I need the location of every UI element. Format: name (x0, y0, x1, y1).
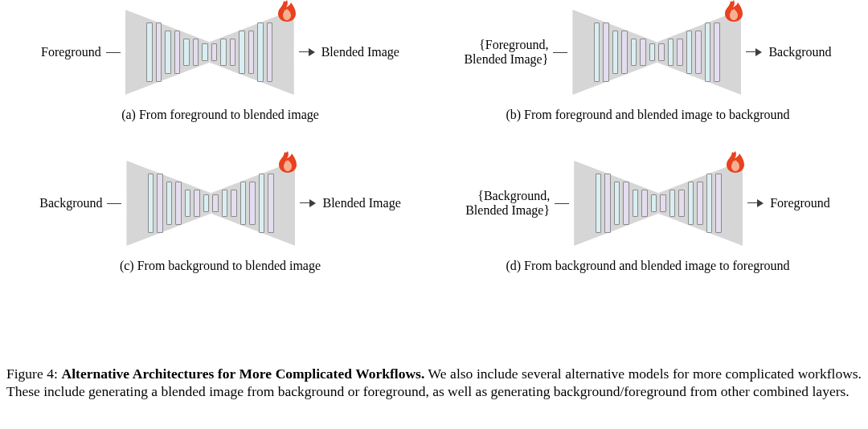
network-layers (574, 161, 743, 246)
panel-a-caption: (a) From foreground to blended image (121, 108, 319, 122)
connector-line (553, 52, 567, 53)
panel-b-caption: (b) From foreground and blended image to… (506, 108, 789, 122)
panel-d-output-label: Foreground (770, 196, 830, 210)
network-layers (125, 10, 294, 95)
encoder-decoder-network (126, 161, 295, 246)
panel-b-input-label: {Foreground, Blended Image} (464, 38, 548, 67)
connector-line (555, 203, 569, 204)
panel-c: Background (6, 161, 434, 273)
figure-title: Alternative Architectures for More Compl… (62, 366, 425, 382)
figure-caption: Figure 4: Alternative Architectures for … (6, 365, 862, 401)
connector-line (107, 203, 121, 204)
arrow-right-icon (747, 198, 765, 209)
fire-icon (723, 149, 747, 174)
panel-d-input-label: {Background, Blended Image} (465, 189, 550, 219)
fire-icon (722, 0, 746, 22)
panel-d-caption: (d) From background and blended image to… (506, 259, 789, 273)
figure-grid: Foreground (6, 10, 862, 273)
connector-line (106, 52, 121, 53)
panel-a-input-label: Foreground (41, 45, 101, 59)
arrow-right-icon (746, 47, 764, 58)
figure-ref: Figure 4 (6, 366, 54, 382)
arrow-right-icon (300, 198, 317, 209)
panel-b: {Foreground, Blended Image} (434, 10, 862, 122)
arrow-right-icon (299, 47, 317, 58)
panel-b-row: {Foreground, Blended Image} (464, 10, 831, 95)
panel-a: Foreground (6, 10, 434, 122)
encoder-decoder-network (572, 10, 741, 95)
fire-icon (275, 0, 299, 22)
figure-4: Foreground (0, 0, 868, 429)
panel-c-input-label: Background (39, 196, 102, 210)
panel-c-caption: (c) From background to blended image (120, 259, 321, 273)
panel-c-row: Background (39, 161, 401, 246)
panel-b-output-label: Background (768, 45, 831, 59)
panel-a-row: Foreground (41, 10, 399, 95)
network-layers (572, 10, 741, 95)
encoder-decoder-network (125, 10, 294, 95)
panel-d: {Background, Blended Image} (434, 161, 862, 273)
panel-d-row: {Background, Blended Image} (465, 161, 830, 246)
network-layers (126, 161, 295, 246)
panel-c-output-label: Blended Image (322, 196, 400, 210)
encoder-decoder-network (574, 161, 743, 246)
panel-a-output-label: Blended Image (321, 45, 399, 59)
fire-icon (276, 149, 300, 174)
